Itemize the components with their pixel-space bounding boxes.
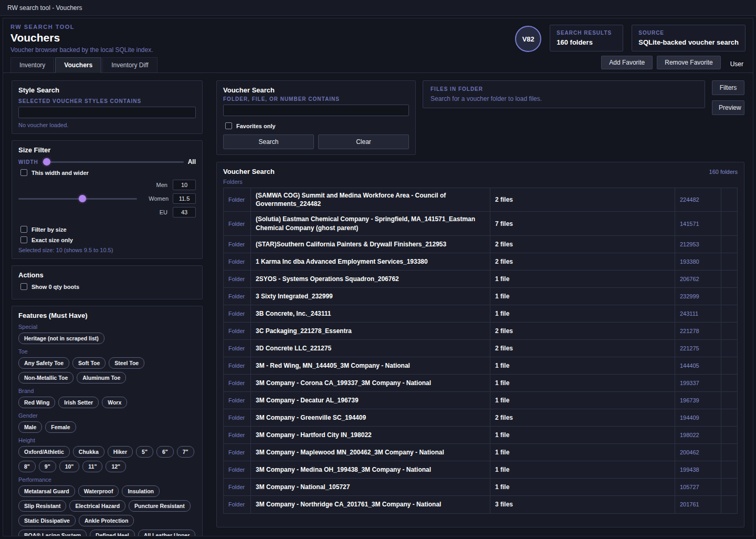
style-search-input[interactable] bbox=[18, 107, 196, 118]
table-row[interactable]: Folder 3M Company - Medina OH_199438_3M … bbox=[224, 461, 737, 479]
feature-pill[interactable]: Chukka bbox=[73, 446, 104, 458]
feature-pill[interactable]: Soft Toe bbox=[72, 357, 106, 369]
feature-pill[interactable]: Metatarsal Guard bbox=[18, 485, 75, 497]
table-row[interactable]: Folder (Solutia) Eastman Chemical Compan… bbox=[224, 212, 737, 235]
feature-pill[interactable]: Oxford/Athletic bbox=[18, 446, 70, 458]
table-row[interactable]: Folder 3M Company - Maplewood MN_200462_… bbox=[224, 444, 737, 461]
table-row[interactable]: Folder 3M Company - Greenville SC_194409… bbox=[224, 409, 737, 427]
show-zero-check-row: Show 0 qty boots bbox=[20, 283, 196, 290]
table-row[interactable]: Folder 3B Concrete, Inc._243111 1 file 2… bbox=[224, 305, 737, 323]
feature-pill[interactable]: 10" bbox=[59, 461, 80, 472]
table-row[interactable]: Folder 1 Karma Inc dba Advanced Employme… bbox=[224, 253, 737, 271]
feature-pill[interactable]: Electrical Hazard bbox=[69, 500, 125, 512]
feature-pill[interactable]: BOA® Lacing System bbox=[18, 530, 87, 536]
preview-button[interactable]: Preview bbox=[712, 100, 744, 115]
feature-pill[interactable]: Waterproof bbox=[78, 485, 119, 497]
size-slider-thumb[interactable] bbox=[79, 195, 86, 202]
tab-vouchers[interactable]: Vouchers bbox=[55, 57, 101, 73]
feature-pill[interactable]: 9" bbox=[39, 461, 56, 472]
feature-pill[interactable]: Puncture Resistant bbox=[129, 500, 191, 512]
feature-pill[interactable]: Non-Metallic Toe bbox=[18, 372, 74, 383]
feature-pill[interactable]: Slip Resistant bbox=[18, 500, 66, 512]
table-row[interactable]: Folder (STAR)Southern California Painter… bbox=[224, 236, 737, 253]
table-row[interactable]: Folder 3D Concrete LLC_221275 2 files 22… bbox=[224, 340, 737, 357]
table-row[interactable]: Folder 3M - Red Wing, MN_144405_3M Compa… bbox=[224, 357, 737, 375]
feature-group-label: Height bbox=[18, 437, 196, 443]
feature-pill[interactable]: 7" bbox=[177, 446, 194, 458]
search-button[interactable]: Search bbox=[223, 134, 314, 149]
table-row[interactable]: Folder 3M Company - Northridge CA_201761… bbox=[224, 496, 737, 513]
feature-pill[interactable]: Any Safety Toe bbox=[18, 357, 69, 369]
row-type: Folder bbox=[224, 479, 251, 495]
row-number: 206762 bbox=[675, 271, 721, 287]
feature-pills: Heritage (not in scraped list) bbox=[18, 333, 196, 344]
voucher-search-input[interactable] bbox=[223, 105, 409, 116]
table-row[interactable]: Folder 2SYOS - Systems Operations Squadr… bbox=[224, 271, 737, 288]
feature-pill[interactable]: Defined Heel bbox=[90, 530, 135, 536]
row-extra bbox=[721, 409, 737, 426]
eu-size-input[interactable] bbox=[173, 207, 196, 217]
row-number: 212953 bbox=[675, 236, 721, 253]
row-extra bbox=[721, 461, 737, 478]
size-slider-row: Women bbox=[18, 193, 196, 204]
feature-pill[interactable]: Insulation bbox=[122, 485, 160, 497]
width-slider[interactable] bbox=[43, 158, 184, 165]
feature-pill[interactable]: Aluminum Toe bbox=[77, 372, 126, 383]
exact-size-checkbox[interactable] bbox=[20, 236, 27, 243]
feature-group: Gender MaleFemale bbox=[18, 412, 196, 433]
feature-group: Brand Red WingIrish SetterWorx bbox=[18, 388, 196, 408]
feature-pill[interactable]: 6" bbox=[156, 446, 174, 458]
row-files: 2 files bbox=[490, 253, 675, 270]
filter-by-size-checkbox[interactable] bbox=[20, 226, 27, 233]
width-wider-checkbox[interactable] bbox=[20, 169, 27, 176]
table-row[interactable]: Folder 3M Company - Corona CA_199337_3M … bbox=[224, 375, 737, 392]
row-type: Folder bbox=[224, 253, 251, 270]
table-row[interactable]: Folder 3 Sixty Integrated_232999 1 file … bbox=[224, 288, 737, 305]
actions-panel: Actions Show 0 qty boots bbox=[12, 265, 203, 299]
feature-pill[interactable]: 5" bbox=[136, 446, 153, 458]
feature-pill[interactable]: 11" bbox=[82, 461, 102, 472]
feature-pill[interactable]: Irish Setter bbox=[58, 397, 99, 408]
feature-pill[interactable]: Heritage (not in scraped list) bbox=[18, 333, 104, 344]
size-filter-panel: Size Filter WIDTH All This width and wid… bbox=[12, 140, 203, 259]
add-favorite-button[interactable]: Add Favorite bbox=[601, 56, 653, 69]
feature-pill[interactable]: Red Wing bbox=[18, 397, 55, 408]
feature-pill[interactable]: Worx bbox=[102, 397, 127, 408]
table-row[interactable]: Folder 3C Packaging_221278_Essentra 2 fi… bbox=[224, 323, 737, 340]
table-row[interactable]: Folder 3M Company - Hartford City IN_198… bbox=[224, 427, 737, 444]
actions-title: Actions bbox=[18, 271, 196, 279]
remove-favorite-button[interactable]: Remove Favorite bbox=[657, 56, 720, 69]
feature-pill[interactable]: Female bbox=[45, 421, 76, 433]
filter-by-size-check-row: Filter by size bbox=[20, 226, 196, 233]
women-size-input[interactable] bbox=[173, 193, 196, 204]
results-count: 160 folders bbox=[709, 169, 738, 175]
feature-pill[interactable]: All Leather Upper bbox=[138, 530, 196, 536]
table-row[interactable]: Folder 3M Company - National_105727 1 fi… bbox=[224, 479, 737, 496]
feature-pill[interactable]: Steel Toe bbox=[109, 357, 144, 369]
row-number: 201761 bbox=[675, 496, 721, 513]
table-row[interactable]: Folder (SAMWA COG) Summit and Medina Wor… bbox=[224, 188, 737, 212]
width-slider-track[interactable] bbox=[43, 161, 184, 163]
feature-pill[interactable]: 12" bbox=[106, 461, 126, 472]
tab-inventory[interactable]: Inventory bbox=[10, 57, 54, 72]
feature-pill[interactable]: Male bbox=[18, 421, 42, 433]
size-slider[interactable] bbox=[18, 195, 137, 202]
men-size-input[interactable] bbox=[173, 180, 196, 190]
selected-size-note: Selected size: 10 (shows 9.5 to 10.5) bbox=[18, 247, 196, 253]
files-in-folder-panel: FILES IN FOLDER Search for a voucher fol… bbox=[423, 80, 705, 108]
favorites-only-checkbox[interactable] bbox=[225, 122, 232, 129]
feature-pill[interactable]: Ankle Protection bbox=[79, 515, 134, 526]
feature-pill[interactable]: Hiker bbox=[108, 446, 133, 458]
show-zero-checkbox[interactable] bbox=[20, 283, 27, 290]
size-slider-track[interactable] bbox=[18, 198, 137, 200]
width-slider-thumb[interactable] bbox=[43, 158, 50, 165]
table-row[interactable]: Folder 3M Company - Decatur AL_196739 1 … bbox=[224, 392, 737, 409]
tab-inventory-diff[interactable]: Inventory Diff bbox=[102, 57, 157, 72]
row-files: 1 file bbox=[490, 444, 675, 461]
app-window: RW SEARCH TOOL Vouchers Voucher browser … bbox=[3, 18, 753, 536]
filters-button[interactable]: Filters bbox=[712, 80, 744, 95]
row-files: 1 file bbox=[490, 305, 675, 322]
clear-button[interactable]: Clear bbox=[318, 134, 409, 149]
feature-pill[interactable]: 8" bbox=[18, 461, 36, 472]
feature-pill[interactable]: Static Dissipative bbox=[18, 515, 76, 526]
